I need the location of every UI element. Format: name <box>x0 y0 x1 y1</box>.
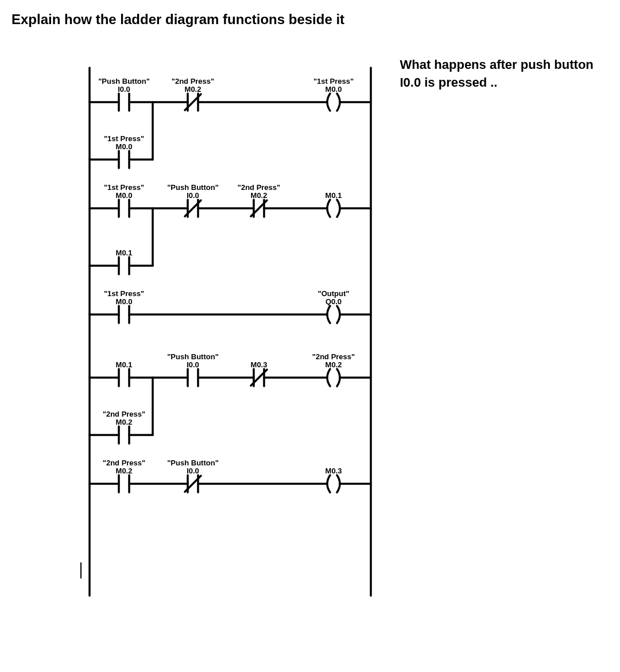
svg-text:M0.2: M0.2 <box>326 360 342 369</box>
svg-text:"Push Button": "Push Button" <box>168 459 219 467</box>
svg-text:M0.1: M0.1 <box>116 248 133 257</box>
svg-text:"2nd Press": "2nd Press" <box>312 352 355 361</box>
ladder-diagram: "Push Button"I0.0"2nd Press"M0.2"1st Pre… <box>84 56 377 607</box>
text-cursor <box>80 562 82 578</box>
svg-text:"2nd Press": "2nd Press" <box>172 77 214 86</box>
svg-text:"1st Press": "1st Press" <box>104 183 144 192</box>
svg-text:M0.0: M0.0 <box>116 142 133 151</box>
svg-text:I0.0: I0.0 <box>118 85 131 94</box>
svg-text:M0.2: M0.2 <box>251 191 268 200</box>
svg-text:M0.0: M0.0 <box>326 85 342 94</box>
page-title: Explain how the ladder diagram functions… <box>11 11 609 28</box>
svg-text:M0.0: M0.0 <box>116 191 133 200</box>
svg-text:"2nd Press": "2nd Press" <box>103 410 145 418</box>
svg-text:M0.0: M0.0 <box>116 297 133 306</box>
svg-text:M0.1: M0.1 <box>326 191 342 200</box>
svg-text:M0.1: M0.1 <box>116 360 133 369</box>
svg-text:"Push Button": "Push Button" <box>168 352 219 361</box>
svg-text:M0.3: M0.3 <box>326 467 342 475</box>
ladder-diagram-container: "Push Button"I0.0"2nd Press"M0.2"1st Pre… <box>29 56 377 609</box>
svg-text:"1st Press": "1st Press" <box>104 134 144 143</box>
svg-text:"Push Button": "Push Button" <box>99 77 150 86</box>
svg-text:"1st Press": "1st Press" <box>104 289 144 298</box>
svg-text:M0.2: M0.2 <box>185 85 202 94</box>
svg-text:I0.0: I0.0 <box>187 467 200 475</box>
svg-text:I0.0: I0.0 <box>187 360 200 369</box>
svg-text:"Push Button": "Push Button" <box>168 183 219 192</box>
svg-text:M0.2: M0.2 <box>116 418 133 426</box>
side-question: What happens after push button I0.0 is p… <box>400 56 609 92</box>
svg-text:M0.2: M0.2 <box>116 467 133 475</box>
svg-text:M0.3: M0.3 <box>251 360 268 369</box>
content-area: "Push Button"I0.0"2nd Press"M0.2"1st Pre… <box>11 56 609 609</box>
svg-text:"Output": "Output" <box>318 289 350 298</box>
svg-text:I0.0: I0.0 <box>187 191 200 200</box>
svg-text:Q0.0: Q0.0 <box>326 297 342 306</box>
svg-text:"2nd Press": "2nd Press" <box>238 183 280 192</box>
svg-text:"2nd Press": "2nd Press" <box>103 459 145 467</box>
svg-text:"1st Press": "1st Press" <box>313 77 354 86</box>
